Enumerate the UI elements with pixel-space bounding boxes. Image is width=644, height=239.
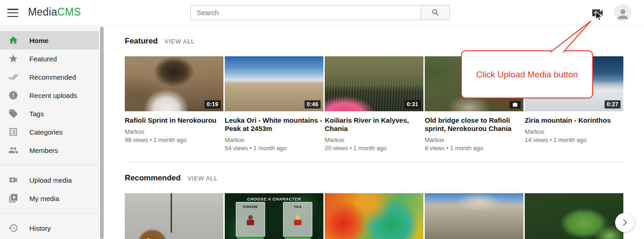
app-logo[interactable]: MediaCMS bbox=[28, 6, 81, 18]
sidebar-label: My media bbox=[29, 195, 59, 202]
sidebar-label: Upload media bbox=[29, 176, 72, 184]
game-character-name: YAA bbox=[283, 205, 312, 209]
sidebar-divider bbox=[0, 165, 99, 165]
video-card[interactable]: 0:31 Koiliaris River in Kalyves, Chania … bbox=[325, 56, 423, 152]
video-card[interactable] bbox=[125, 193, 223, 239]
video-author[interactable]: Markos bbox=[425, 136, 523, 144]
duration-badge: 0:31 bbox=[405, 100, 421, 109]
sidebar-label: Recommended bbox=[29, 73, 76, 81]
video-card[interactable]: 0:19 Rafioli Sprint in Nerokourou Markos… bbox=[125, 56, 223, 152]
video-library-icon bbox=[8, 193, 18, 203]
video-thumbnail[interactable]: 0:19 bbox=[125, 56, 223, 111]
camera-badge bbox=[510, 101, 521, 109]
video-meta: 8 views • 1 month ago bbox=[425, 144, 523, 152]
search-button[interactable] bbox=[421, 5, 450, 20]
video-card[interactable]: 0:46 Leuka Ori - White mountains - Peak … bbox=[225, 56, 323, 152]
sidebar-label: Categories bbox=[29, 128, 63, 136]
video-author[interactable]: Markos bbox=[125, 128, 223, 136]
sidebar-scrollbar bbox=[99, 26, 105, 239]
video-card[interactable] bbox=[425, 193, 523, 239]
user-avatar[interactable] bbox=[614, 4, 632, 22]
sidebar-item-home[interactable]: Home bbox=[0, 31, 99, 49]
recommended-section-header: Recommended VIEW ALL bbox=[125, 174, 644, 183]
video-card[interactable]: CHOOSE A CHARACTER KWAME YAA Selected Se… bbox=[225, 193, 323, 239]
sidebar-item-tags[interactable]: Tags bbox=[0, 104, 99, 123]
carousel-next-button[interactable] bbox=[615, 213, 634, 232]
star-icon bbox=[8, 54, 18, 64]
sidebar-scrollbar-thumb[interactable] bbox=[100, 27, 104, 239]
history-icon bbox=[8, 223, 18, 233]
sidebar-item-recommended[interactable]: Recommended bbox=[0, 68, 99, 86]
video-meta: 98 views • 1 month ago bbox=[125, 136, 223, 144]
video-title[interactable]: Old bridge close to Rafioli sprint, Nero… bbox=[425, 116, 523, 133]
upload-media-icon bbox=[8, 175, 18, 185]
sidebar-item-upload-media[interactable]: Upload media bbox=[0, 171, 99, 189]
game-title-text: CHOOSE A CHARACTER bbox=[225, 197, 323, 201]
search-bar bbox=[190, 5, 450, 20]
people-icon bbox=[8, 145, 18, 155]
sidebar-label: History bbox=[29, 224, 51, 232]
video-author[interactable]: Markos bbox=[225, 136, 323, 144]
video-meta: 54 views • 1 month ago bbox=[225, 144, 323, 152]
game-character-name: KWAME bbox=[236, 205, 265, 209]
game-character-panel: KWAME bbox=[236, 202, 265, 237]
video-card[interactable] bbox=[325, 193, 423, 239]
video-thumbnail-pumpkin[interactable] bbox=[125, 193, 223, 239]
game-selected-button: Selected bbox=[237, 237, 264, 239]
search-icon bbox=[431, 8, 440, 17]
search-input[interactable] bbox=[190, 5, 421, 20]
game-character-sprite bbox=[247, 220, 254, 225]
view-all-link[interactable]: VIEW ALL bbox=[188, 175, 218, 182]
video-thumbnail-gradient[interactable] bbox=[325, 193, 423, 239]
view-all-link[interactable]: VIEW ALL bbox=[165, 38, 195, 45]
duration-badge: 0:46 bbox=[305, 100, 321, 109]
recommended-cards-row: CHOOSE A CHARACTER KWAME YAA Selected Se… bbox=[125, 193, 644, 239]
callout-text: Click Upload Media button bbox=[476, 70, 578, 80]
sidebar-label: Tags bbox=[29, 110, 44, 118]
sidebar-label: Recent uploads bbox=[29, 92, 77, 99]
sidebar-item-featured[interactable]: Featured bbox=[0, 49, 99, 68]
game-character-sprite bbox=[294, 220, 301, 225]
callout-arrow bbox=[546, 17, 597, 54]
section-divider bbox=[125, 162, 624, 163]
logo-media-text: Media bbox=[28, 6, 57, 18]
sidebar: Home Featured Recommended Recent uploads… bbox=[0, 26, 99, 239]
video-title[interactable]: Ziria mountain - Korinthos bbox=[525, 116, 623, 125]
video-title[interactable]: Koiliaris River in Kalyves, Chania bbox=[325, 116, 423, 133]
chevron-right-icon bbox=[620, 217, 630, 228]
logo-cms-text: CMS bbox=[57, 6, 81, 18]
duration-badge: 0:19 bbox=[205, 100, 221, 109]
sidebar-item-my-media[interactable]: My media bbox=[0, 189, 99, 207]
game-character-panel: YAA bbox=[283, 202, 312, 237]
video-title[interactable]: Rafioli Sprint in Nerokourou bbox=[125, 116, 223, 125]
video-card[interactable] bbox=[525, 193, 623, 239]
duration-badge: 0:27 bbox=[605, 100, 621, 109]
mouse-cursor bbox=[595, 11, 604, 22]
sidebar-label: Home bbox=[29, 37, 49, 44]
sidebar-item-history[interactable]: History bbox=[0, 219, 99, 237]
section-title: Featured bbox=[125, 37, 158, 46]
video-author[interactable]: Markos bbox=[325, 136, 423, 144]
video-title[interactable]: Leuka Ori - White mountains - Peak at 24… bbox=[225, 116, 323, 133]
video-meta: 20 views • 1 month ago bbox=[325, 144, 423, 152]
video-thumbnail-mountain[interactable] bbox=[425, 193, 523, 239]
video-thumbnail[interactable]: 0:46 bbox=[225, 56, 323, 111]
tag-icon bbox=[8, 109, 18, 119]
list-alt-icon bbox=[8, 127, 18, 137]
sidebar-item-members[interactable]: Members bbox=[0, 141, 99, 159]
sidebar-item-categories[interactable]: Categories bbox=[0, 123, 99, 141]
video-author[interactable]: Markos bbox=[525, 128, 623, 136]
game-select-button: Select bbox=[284, 237, 311, 239]
section-title: Recommended bbox=[125, 174, 181, 183]
sidebar-divider bbox=[0, 213, 99, 213]
tutorial-callout: Click Upload Media button bbox=[461, 50, 593, 98]
hamburger-menu-icon[interactable] bbox=[7, 8, 19, 18]
double-check-icon bbox=[8, 72, 18, 82]
camera-icon bbox=[512, 103, 518, 107]
video-thumbnail[interactable]: 0:31 bbox=[325, 56, 423, 111]
new-releases-icon bbox=[8, 90, 18, 100]
sidebar-item-recent-uploads[interactable]: Recent uploads bbox=[0, 86, 99, 104]
home-icon bbox=[8, 35, 18, 45]
video-thumbnail-game[interactable]: CHOOSE A CHARACTER KWAME YAA Selected Se… bbox=[225, 193, 323, 239]
video-thumbnail-leaves[interactable] bbox=[525, 193, 623, 239]
